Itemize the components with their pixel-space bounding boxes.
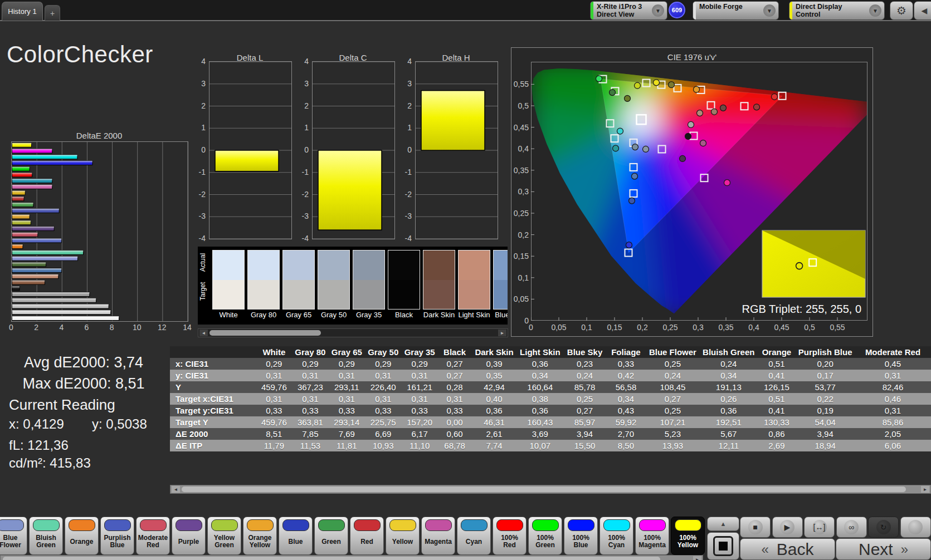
stop-button[interactable]: ■: [740, 517, 771, 538]
deltae-bar: [12, 257, 78, 261]
pattern-button-red[interactable]: Red: [350, 517, 384, 555]
swatch-scroll-thumb[interactable]: [209, 330, 321, 336]
table-cell: 6,17: [401, 428, 437, 440]
pattern-button-purple[interactable]: Purple: [172, 517, 206, 555]
pattern-button-100-green[interactable]: 100% Green: [528, 517, 562, 555]
table-row-label: ΔE 2000: [170, 428, 256, 440]
add-tab-button[interactable]: +: [45, 5, 60, 21]
play-icon: ▶: [780, 520, 794, 534]
pattern-label: 100% Green: [535, 532, 555, 551]
cie-x-tick-label: 0,45: [772, 323, 792, 332]
table-cell: 0,40: [471, 393, 516, 405]
pattern-button-100-red[interactable]: 100% Red: [493, 517, 527, 555]
pattern-button-orange[interactable]: Orange: [65, 517, 99, 555]
table-scroll-thumb[interactable]: [182, 487, 906, 492]
pattern-color-pill: [33, 519, 60, 531]
swatch-scrollbar[interactable]: ◄ ►: [198, 328, 508, 337]
play-button[interactable]: ▶: [772, 517, 803, 538]
table-column-header: Foliage: [606, 346, 646, 358]
collapse-panel-button[interactable]: ◀: [914, 1, 931, 20]
pattern-button-yellow-green[interactable]: Yellow Green: [207, 517, 241, 555]
table-cell: 68,78: [438, 440, 472, 451]
pattern-scrollbar[interactable]: ►: [0, 555, 703, 560]
cie-measured-marker: [626, 242, 632, 248]
table-cell: 8,51: [256, 428, 293, 440]
cie-x-tick-label: 0,35: [716, 323, 736, 332]
swatch-label: Gray 80: [244, 311, 283, 319]
pattern-button-purplish-blue[interactable]: Purplish Blue: [100, 517, 134, 555]
gear-icon: ⚙: [896, 4, 906, 17]
deltae-bar: [12, 220, 31, 225]
swatch-label: Gray 35: [349, 311, 388, 319]
swatch-target: [353, 280, 384, 310]
table-cell: 7,74: [471, 440, 516, 451]
scroll-left-icon[interactable]: ◄: [199, 330, 208, 336]
delta_c-y-tick-label: -2: [294, 190, 309, 199]
table-cell: 5,67: [700, 428, 757, 440]
extra-button[interactable]: [900, 517, 931, 538]
pattern-window-button[interactable]: [707, 532, 739, 560]
table-cell: 0,29: [401, 358, 437, 370]
pattern-list-up-button[interactable]: ▲: [707, 517, 739, 531]
back-button[interactable]: « Back: [740, 538, 835, 560]
range-icon: [↔]: [812, 520, 827, 534]
meter-count-badge[interactable]: 609: [669, 2, 685, 18]
pattern-button-orange-yellow[interactable]: Orange Yellow: [243, 517, 277, 555]
pattern-button-100-blue[interactable]: 100% Blue: [564, 517, 598, 555]
scroll-right-icon[interactable]: ►: [498, 330, 506, 336]
scroll-right-icon[interactable]: ►: [693, 556, 701, 560]
pattern-label: Orange Yellow: [248, 532, 271, 551]
pattern-button-blue[interactable]: Blue: [279, 517, 313, 555]
table-scrollbar[interactable]: ◄ ►: [170, 485, 931, 494]
pattern-label: Red: [360, 532, 373, 551]
pattern-button-100-magenta[interactable]: 100% Magenta: [635, 517, 669, 555]
stop-icon: ■: [748, 520, 763, 534]
table-cell: 0,34: [700, 370, 757, 381]
scroll-left-icon[interactable]: ◄: [172, 486, 180, 493]
swatch-actual: [248, 250, 279, 280]
chevrons-right-icon: »: [901, 542, 908, 557]
table-row: Target x:CIE310,310,310,310,310,310,310,…: [170, 393, 931, 405]
scroll-right-icon[interactable]: ►: [921, 486, 929, 493]
table-cell: 0,33: [401, 405, 437, 416]
cie-diagram-panel: CIE 1976 u'v' 0,550,50,450,40,350,30,250…: [511, 47, 873, 337]
pattern-button-magenta[interactable]: Magenta: [421, 517, 455, 555]
pattern-button-100-yellow[interactable]: 100% Yellow: [671, 517, 705, 555]
table-cell: 0,36: [700, 405, 757, 416]
pattern-button-100-cyan[interactable]: 100% Cyan: [599, 517, 633, 555]
cie-measured-marker: [720, 105, 727, 111]
table-cell: 2,69: [758, 440, 796, 451]
pattern-button-blue-flower[interactable]: Blue Flower: [0, 517, 27, 555]
pattern-button-green[interactable]: Green: [314, 517, 348, 555]
meter-dropdown[interactable]: X-Rite i1Pro 3 Direct View ▼: [590, 1, 667, 20]
refresh-button[interactable]: ↻: [868, 517, 899, 538]
pattern-color-pill: [461, 519, 488, 531]
cie-measured-marker: [711, 109, 718, 115]
next-button[interactable]: Next »: [836, 538, 931, 560]
range-button[interactable]: [↔]: [804, 517, 835, 538]
pattern-button-bluish-green[interactable]: Bluish Green: [29, 517, 63, 555]
table-column-header: Bluish Green: [700, 346, 757, 358]
table-cell: 42,94: [471, 381, 516, 393]
swatch-target: [318, 280, 349, 310]
pattern-button-moderate-red[interactable]: Moderate Red: [136, 517, 170, 555]
swatch-black: [388, 250, 420, 310]
table-cell: 8,50: [606, 440, 646, 451]
loop-button[interactable]: ∞: [836, 517, 867, 538]
pattern-scroll-thumb[interactable]: [3, 557, 660, 560]
pattern-color-pill: [568, 519, 594, 531]
pattern-color-pill: [603, 519, 630, 531]
cie-x-tick-label: 0,25: [660, 323, 680, 332]
pattern-button-yellow[interactable]: Yellow: [386, 517, 420, 555]
table-column-header: Blue Sky: [563, 346, 606, 358]
pattern-button-cyan[interactable]: Cyan: [457, 517, 491, 555]
source-dropdown[interactable]: Mobile Forge ▼: [693, 1, 779, 20]
table-cell: 225,75: [365, 416, 401, 428]
settings-button[interactable]: ⚙: [890, 1, 913, 20]
pattern-label: Blue Flower: [0, 532, 21, 551]
table-cell: 0,46: [855, 393, 931, 405]
display-dropdown[interactable]: Direct Display Control ▼: [789, 1, 885, 20]
table-cell: 0,42: [606, 370, 646, 381]
max-de2000: Max dE2000: 8,51: [0, 375, 167, 392]
tab-history-1[interactable]: History 1: [2, 2, 43, 21]
